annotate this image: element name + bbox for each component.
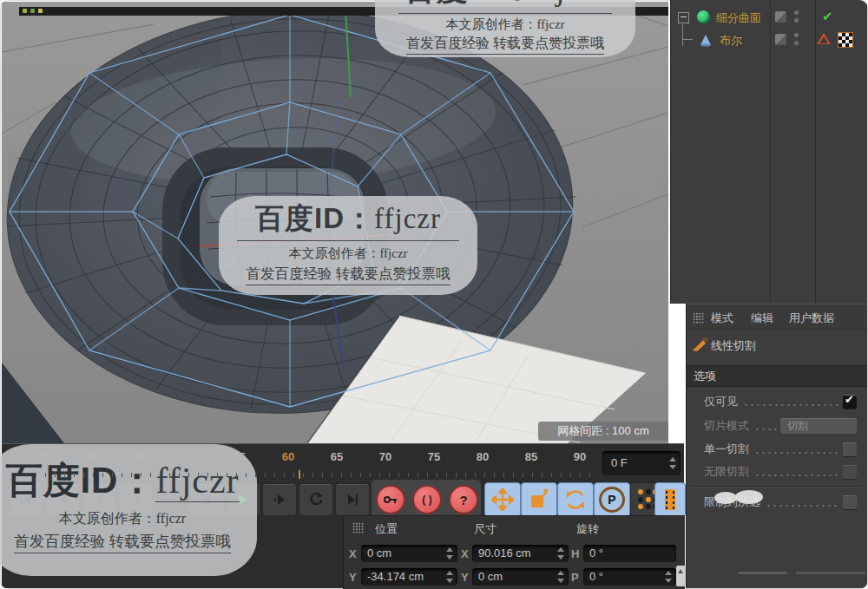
axis-label: Y <box>349 571 357 584</box>
timeline-flyout-button[interactable] <box>654 482 686 517</box>
dot-leader <box>754 451 839 455</box>
restrict-selection-checkbox[interactable] <box>843 495 857 509</box>
enabled-check-icon[interactable]: ✔ <box>822 9 833 24</box>
stepper-icon[interactable] <box>668 457 676 469</box>
options-section-bar[interactable]: 选项 <box>687 365 867 387</box>
visible-only-checkbox[interactable] <box>843 395 857 409</box>
tick-label: 75 <box>423 450 445 463</box>
position-y-field[interactable]: -34.174 cm <box>361 568 457 586</box>
size-x-field[interactable]: 90.016 cm <box>472 545 569 562</box>
watermark-blob <box>714 492 737 504</box>
tab-edit[interactable]: 编辑 <box>751 311 773 326</box>
slice-mode-dropdown: 切割 <box>780 418 857 434</box>
record-position-toggle[interactable] <box>484 482 521 517</box>
tick-label: 80 <box>471 450 494 463</box>
tick-label: 45 <box>131 450 154 463</box>
autokey-button[interactable]: ( ) <box>412 485 442 514</box>
watermark-top: 百度ID：ffjczr 本文原创作者：ffjczr 首发百度经验 转载要点赞投票… <box>375 0 635 57</box>
tree-line <box>682 39 693 40</box>
tool-title: 线性切割 <box>711 338 756 354</box>
record-rotation-toggle[interactable] <box>557 482 594 517</box>
stepper-icon[interactable] <box>556 547 564 560</box>
grid-spacing-label: 网格间距 : 100 cm <box>538 422 668 441</box>
loop-button[interactable] <box>299 483 333 516</box>
scrollbar-nub[interactable] <box>676 566 686 586</box>
render-dot-icon[interactable] <box>794 18 799 23</box>
layer-swatch-icon[interactable] <box>775 11 786 23</box>
field-value: 0 ° <box>589 570 603 583</box>
object-row-boole[interactable]: 布尔 <box>671 29 867 50</box>
rotation-h-field[interactable]: 0 ° <box>583 545 676 562</box>
axis-label: X <box>461 547 469 560</box>
record-key-button[interactable] <box>376 485 405 514</box>
current-frame-marker[interactable] <box>299 470 300 479</box>
tick-label: 35 <box>34 450 56 463</box>
frame-number-value: 0 F <box>611 456 628 469</box>
stepper-icon[interactable] <box>445 547 453 560</box>
watermark-center: 百度ID：ffjczr 本文原创作者：ffjczr 首发百度经验 转载要点赞投票… <box>219 196 477 295</box>
axis-label: H <box>571 547 579 560</box>
axis-label: P <box>571 571 579 584</box>
parameter-icon: P <box>599 487 625 513</box>
field-value: -34.174 cm <box>367 570 424 583</box>
field-value: 0 cm <box>478 570 503 583</box>
keyframe-selection-button[interactable]: ? <box>449 485 478 514</box>
watermark-id-value: ffjczr <box>155 461 239 502</box>
dot-leader <box>766 504 839 507</box>
axis-label: Y <box>461 571 469 584</box>
tick-label: 85 <box>520 450 542 463</box>
render-dot-icon[interactable] <box>794 41 799 45</box>
object-manager: 细分曲面 ✔ 布尔 <box>670 0 867 304</box>
layer-swatch-icon[interactable] <box>775 34 786 45</box>
option-visible-only: 仅可见 <box>704 393 857 410</box>
field-value: 0 cm <box>367 546 391 560</box>
option-label: 仅可见 <box>704 394 738 409</box>
stepper-icon[interactable] <box>556 571 564 583</box>
goto-end-button[interactable] <box>335 483 370 516</box>
menu-dot-icon <box>23 9 27 13</box>
scale-icon <box>529 489 549 510</box>
dot-leader <box>754 474 839 477</box>
watermark-author-line: 本文原创作者：ffjczr <box>0 510 257 528</box>
position-x-field[interactable]: 0 cm <box>361 545 457 562</box>
object-name[interactable]: 细分曲面 <box>716 10 761 26</box>
option-infinite-cut: 无限切割 <box>704 463 857 481</box>
menu-dot-icon <box>38 9 43 13</box>
rotate-icon <box>564 488 587 511</box>
field-value: 0 ° <box>589 546 603 560</box>
checker-tag-icon[interactable] <box>838 32 853 48</box>
section-title: 选项 <box>694 369 716 384</box>
record-scale-toggle[interactable] <box>521 482 557 517</box>
record-parameter-toggle[interactable]: P <box>594 482 630 517</box>
panel-grip-icon <box>352 522 364 533</box>
tab-mode[interactable]: 模式 <box>711 311 733 326</box>
next-frame-button[interactable] <box>262 483 297 516</box>
collapse-toggle-icon[interactable] <box>678 12 689 23</box>
object-name[interactable]: 布尔 <box>720 33 742 49</box>
boole-tag-icon[interactable] <box>817 33 831 44</box>
tab-user-data[interactable]: 用户数据 <box>789 311 834 326</box>
attribute-manager: 模式 编辑 用户数据 线性切割 选项 仅可见 切片模式 切割 单一切割 <box>686 304 867 588</box>
boole-cone-icon <box>699 33 713 47</box>
frame-number-field[interactable]: 0 F <box>602 451 681 475</box>
size-y-field[interactable]: 0 cm <box>472 568 569 586</box>
watermark-footer-line: 首发百度经验 转载要点赞投票哦 <box>406 35 604 55</box>
film-strip-icon <box>663 488 677 511</box>
stepper-icon[interactable] <box>664 571 672 583</box>
rotation-p-field[interactable]: 0 ° <box>583 568 676 586</box>
subdivision-surface-icon <box>697 10 710 23</box>
single-cut-checkbox[interactable] <box>843 442 857 456</box>
infinite-cut-checkbox <box>843 465 857 479</box>
app-window: 网格间距 : 100 cm 细分曲面 ✔ 布尔 <box>0 0 868 589</box>
visibility-dot-icon[interactable] <box>794 10 799 15</box>
option-slice-mode: 切片模式 切割 <box>704 417 857 435</box>
object-row-subdivision[interactable]: 细分曲面 ✔ <box>671 7 867 28</box>
axis-label: X <box>349 547 357 560</box>
watermark-bottom-left: 百度ID：ffjczr 本文原创作者：ffjczr 首发百度经验 转载要点赞投票… <box>0 444 257 576</box>
visibility-dot-icon[interactable] <box>794 33 799 37</box>
tick-label: 65 <box>326 450 348 463</box>
stepper-icon[interactable] <box>445 571 453 583</box>
knife-tool-icon <box>692 337 709 353</box>
keyframe-record-group: ( ) ? <box>372 480 481 518</box>
coordinates-panel: 位置 尺寸 旋转 X 0 cm X 90.016 cm H 0 ° Y -34.… <box>343 515 685 589</box>
